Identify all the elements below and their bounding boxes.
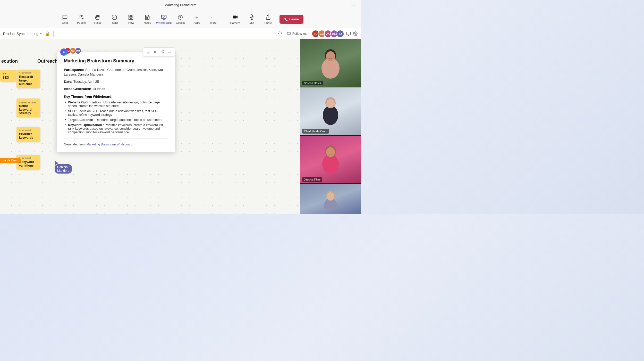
svg-point-12: [180, 17, 181, 18]
toolbar-view[interactable]: View: [123, 12, 139, 27]
svg-point-20: [355, 33, 356, 34]
toolbar-chat[interactable]: Chat: [57, 12, 73, 27]
svg-point-30: [323, 105, 338, 125]
person-jessica: [319, 143, 342, 176]
person-serena: [319, 46, 342, 80]
svg-point-33: [322, 154, 339, 174]
video-charlotte: Charlotte de Crum: [300, 87, 361, 135]
summary-more-button[interactable]: ···: [167, 49, 173, 55]
whiteboard-link[interactable]: Marketing Brainstorm Whiteboard: [86, 143, 132, 146]
summary-share-button[interactable]: [159, 49, 166, 55]
notes-icon: [145, 14, 150, 20]
whiteboard-area[interactable]: ecution Outreach Networking on SEO AI ge…: [0, 39, 300, 214]
share-icon: [265, 14, 271, 20]
toolbar-apps[interactable]: + Apps: [189, 12, 205, 27]
main-toolbar: Chat People Raise React: [0, 10, 361, 28]
ai-badge: AI generated: [19, 72, 37, 74]
people-icon: [79, 14, 84, 20]
leave-button[interactable]: Leave: [279, 15, 303, 24]
avatar-count: +2: [336, 30, 344, 38]
video-serena: Serena Davis: [300, 39, 361, 87]
copilot-sparkle-icon: [62, 50, 66, 54]
svg-point-23: [163, 52, 164, 53]
svg-point-22: [161, 51, 162, 52]
svg-point-31: [326, 99, 335, 108]
apps-icon: +: [194, 14, 200, 20]
theme-keyword-opt: Keyword Optimization : Prioritize keywor…: [64, 123, 168, 134]
follow-me-icon: [287, 32, 291, 36]
summary-card-title: Marketing Brainstorm Summary: [64, 58, 168, 64]
toolbar-whiteboard[interactable]: Whiteboard: [156, 12, 172, 27]
toolbar-copilot[interactable]: Copilot: [173, 12, 188, 27]
ai-badge-3: AI generated: [19, 129, 37, 131]
title-bar: Marketing Brainstorm ···: [0, 0, 361, 10]
sticky-note-prioritize[interactable]: AI generated Prioritize keywords: [16, 127, 40, 142]
toolbar-raise-label: Raise: [94, 21, 101, 24]
section-execution: ecution: [1, 59, 18, 64]
toolbar-raise[interactable]: Raise: [90, 12, 106, 27]
toolbar-react-label: React: [111, 21, 118, 24]
toolbar-camera[interactable]: Camera: [227, 12, 243, 27]
svg-marker-14: [236, 15, 238, 18]
share-card-icon: [160, 50, 164, 53]
svg-point-28: [326, 51, 335, 61]
toolbar-react[interactable]: React: [107, 12, 122, 27]
toolbar-more[interactable]: ··· More: [206, 12, 221, 27]
theme-website-opt: Website Optimization : Upgrade website d…: [64, 101, 168, 108]
chevron-down-icon: [39, 32, 43, 36]
svg-rect-7: [129, 18, 130, 19]
person-charlotte: [319, 95, 342, 128]
raise-hand-icon: [95, 14, 101, 20]
sticky-note-research-audience[interactable]: AI generated Research target audience: [16, 70, 40, 88]
window-menu-icon[interactable]: ···: [351, 2, 357, 8]
window-title: Marketing Brainstorm: [164, 3, 196, 7]
theme-seo: SEO : Focus on SEO, reach out to relevan…: [64, 109, 168, 117]
toolbar-notes[interactable]: Notes: [140, 12, 155, 27]
whiteboard-icon: [161, 14, 167, 20]
avatar-group: SD CC JK KL +2: [312, 30, 344, 38]
react-icon: [112, 14, 117, 20]
svg-point-0: [80, 15, 82, 17]
leave-label: Leave: [289, 17, 299, 21]
toolbar-whiteboard-label: Whiteboard: [156, 21, 172, 24]
svg-rect-19: [347, 32, 351, 35]
summary-date: Date: Tuesday, April 25: [64, 79, 168, 84]
summary-ideas: Ideas Generated: 14 Ideas: [64, 86, 168, 91]
video-name-charlotte: Charlotte de Crum: [302, 129, 329, 134]
follow-me-label: Follow me: [292, 32, 308, 36]
summary-copy-button[interactable]: ⧉: [152, 49, 158, 55]
person-kat: [321, 189, 340, 209]
lock-icon: 🔒: [45, 31, 50, 36]
share-screen-icon[interactable]: [346, 31, 351, 36]
toolbar-separator: [53, 31, 54, 37]
toolbar-share[interactable]: Share: [260, 12, 276, 27]
author-badge-charlotte: Charlotte de Crum: [19, 102, 36, 104]
orange-name-badge: tte de Crum: [0, 158, 21, 163]
more-icon: ···: [210, 14, 216, 20]
toolbar-view-label: View: [128, 21, 134, 24]
svg-point-34: [326, 147, 335, 157]
video-kat: [300, 184, 361, 214]
sticky-note-seo[interactable]: on SEO: [0, 70, 16, 81]
video-panel: Serena Davis Charlotte de Crum: [300, 39, 361, 214]
follow-me-button[interactable]: Follow me: [285, 31, 310, 37]
card-divider: [64, 138, 168, 138]
sticky-note-refine[interactable]: Charlotte de Crum Refine keyword strateg…: [16, 99, 40, 117]
svg-point-21: [163, 50, 164, 51]
theme-target-audience: Target Audience : Research target audien…: [64, 118, 168, 122]
generated-from: Generated from Marketing Brainstorm Whit…: [64, 143, 168, 146]
svg-rect-13: [233, 15, 236, 18]
video-jessica: Jessica Kline: [300, 136, 361, 183]
toolbar-people[interactable]: People: [74, 12, 89, 27]
svg-line-24: [162, 52, 163, 52]
svg-rect-6: [131, 18, 133, 19]
toolbar-copilot-label: Copilot: [176, 21, 185, 24]
toolbar-apps-label: Apps: [194, 21, 200, 24]
copilot-avatar: [60, 48, 67, 56]
toolbar-mic[interactable]: Mic: [244, 12, 259, 27]
settings-icon[interactable]: [353, 31, 358, 36]
summary-grid-button[interactable]: ⊞: [145, 49, 151, 55]
toolbar-share-label: Share: [264, 21, 272, 24]
toolbar-camera-label: Camera: [230, 21, 240, 24]
meeting-title[interactable]: Product Sync meeting: [3, 32, 43, 36]
